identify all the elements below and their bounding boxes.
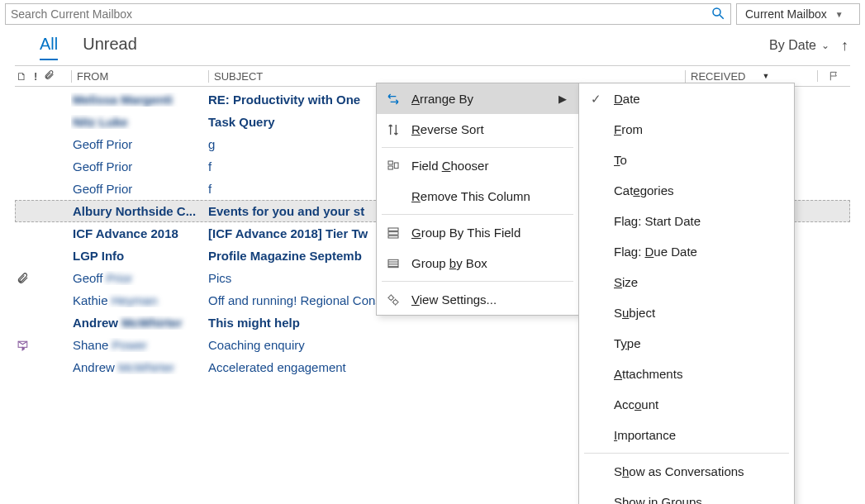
menu-item-label: Type [614,336,782,350]
attachment-header-icon [44,69,55,83]
menu-item-attachments[interactable]: Attachments [579,359,794,389]
menu-item-label: Date [614,92,782,106]
arrange-icon [385,93,402,106]
message-from: Geoff Prior [71,159,208,174]
replied-icon [15,338,71,352]
column-header-subject[interactable]: SUBJECT [208,70,685,83]
message-from: Geoff Prior [71,271,208,285]
search-scope-dropdown[interactable]: Current Mailbox ▼ [736,3,860,25]
menu-item-group-by-field[interactable]: Group By This Field [377,217,578,248]
menu-item-remove-column[interactable]: Remove This Column [377,181,578,212]
menu-item-date[interactable]: ✓ Date [579,83,794,114]
menu-item-label: Size [614,275,782,289]
menu-item-show-groups[interactable]: Show in Groups [579,487,794,504]
message-from: Andrew McWhirter [71,360,208,374]
field-chooser-icon [385,159,402,173]
menu-item-label: Arrange By [411,92,549,106]
menu-item-label: Group by Box [411,256,567,270]
gear-icon [385,293,402,307]
sort-by-dropdown[interactable]: By Date ⌄ [769,38,829,53]
menu-item-flag-due[interactable]: Flag: Due Date [579,236,794,267]
menu-item-label: Show in Groups [614,495,782,504]
sort-direction-button[interactable]: ↑ [841,37,848,55]
svg-rect-3 [388,161,392,164]
svg-rect-5 [394,163,398,169]
tab-unread[interactable]: Unread [83,35,137,59]
menu-item-label: Flag: Start Date [614,214,782,228]
search-input[interactable] [11,7,711,21]
check-icon: ✓ [587,92,604,107]
menu-item-label: Remove This Column [411,189,567,203]
importance-icon: ! [34,70,37,83]
svg-rect-4 [388,166,392,169]
menu-item-label: From [614,122,782,136]
svg-point-13 [389,295,393,299]
tab-all[interactable]: All [40,35,58,60]
menu-item-label: Attachments [614,367,782,381]
chevron-down-icon: ▼ [835,10,844,19]
message-from: Nitz Luke [71,115,208,129]
menu-item-label: To [614,153,782,167]
menu-item-label: Subject [614,306,782,320]
message-from: Kathie Heyman [71,293,208,307]
menu-item-flag-start[interactable]: Flag: Start Date [579,206,794,236]
menu-item-from[interactable]: From [579,114,794,145]
menu-item-arrange-by[interactable]: Arrange By ▶ [377,83,578,114]
submenu-arrow-icon: ▶ [558,93,567,105]
message-from: Melissa Margenti [71,93,208,107]
sort-by-label: By Date [769,38,816,53]
arrange-by-submenu: ✓ Date From To Categories Flag: Start Da… [578,83,795,504]
svg-rect-6 [388,228,398,231]
menu-item-label: Importance [614,428,782,442]
menu-item-field-chooser[interactable]: Field Chooser [377,150,578,181]
search-scope-label: Current Mailbox [745,7,827,21]
menu-item-group-by-box[interactable]: Group by Box [377,248,578,278]
menu-item-subject[interactable]: Subject [579,297,794,328]
menu-item-label: Show as Conversations [614,464,782,478]
menu-item-size[interactable]: Size [579,267,794,297]
group-icon [385,226,402,240]
attachment-icon [15,272,71,284]
menu-item-label: Group By This Field [411,226,567,240]
chevron-down-icon: ⌄ [821,40,829,51]
svg-line-1 [720,15,724,19]
svg-point-0 [713,8,720,16]
menu-item-label: View Settings... [411,292,567,307]
column-header-from[interactable]: FROM [71,70,208,83]
message-from: ICF Advance 2018 [71,226,208,240]
message-from: Andrew McWhirter [71,316,208,330]
envelope-icon: 🗋 [17,70,27,83]
message-from: Geoff Prior [71,137,208,151]
message-from: Shane Power [71,338,208,352]
menu-item-account[interactable]: Account [579,389,794,420]
search-box[interactable] [5,3,731,25]
column-header-received[interactable]: RECEIVED ▼ [685,70,817,83]
message-from: Albury Northside C... [71,204,208,218]
menu-item-type[interactable]: Type [579,328,794,359]
column-context-menu: Arrange By ▶ Reverse Sort Field Chooser … [376,83,579,316]
search-icon[interactable] [711,6,725,23]
menu-item-to[interactable]: To [579,145,794,175]
menu-item-label: Categories [614,183,782,197]
menu-item-view-settings[interactable]: View Settings... [377,284,578,315]
column-header-flag[interactable] [817,70,850,82]
menu-item-label: Field Chooser [411,159,567,173]
svg-rect-8 [388,235,398,238]
message-from: Geoff Prior [71,182,208,196]
box-icon [385,257,402,270]
menu-item-show-conversations[interactable]: Show as Conversations [579,456,794,487]
svg-point-14 [393,300,397,304]
sort-icon [385,123,402,136]
svg-rect-7 [388,231,398,234]
menu-item-label: Flag: Due Date [614,245,782,259]
chevron-down-icon: ▼ [762,72,769,80]
menu-item-label: Account [614,397,782,411]
menu-item-label: Reverse Sort [411,122,567,136]
menu-item-importance[interactable]: Importance [579,420,794,450]
menu-item-categories[interactable]: Categories [579,175,794,206]
menu-item-reverse-sort[interactable]: Reverse Sort [377,114,578,145]
message-from: LGP Info [71,249,208,263]
